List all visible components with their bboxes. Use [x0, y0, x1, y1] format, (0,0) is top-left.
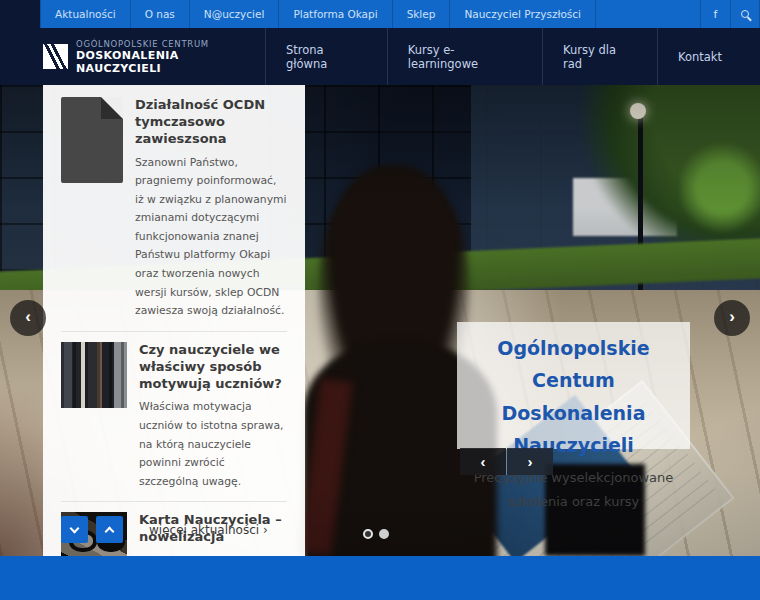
news-panel: Działalność OCDN tymczasowo zawieszsona … — [43, 85, 305, 556]
hero-slider: Działalność OCDN tymczasowo zawieszsona … — [0, 85, 760, 556]
more-news-link[interactable]: więcej aktualności › — [149, 523, 268, 537]
topbar-left-dark-segment — [0, 0, 40, 28]
nav-item-kursy-dla-rad[interactable]: Kursy dla rad — [542, 28, 657, 85]
search-icon[interactable] — [730, 0, 760, 28]
slide-title-line1: Ogólnopolskie Centum — [465, 332, 682, 397]
news-item-content: Działalność OCDN tymczasowo zawieszsona … — [135, 97, 287, 321]
slide-nav: ‹ › — [460, 448, 553, 475]
slide-next-button[interactable]: › — [507, 448, 553, 475]
topbar: Aktualności O nas N@uczyciel Platforma O… — [0, 0, 760, 28]
facebook-icon[interactable]: f — [700, 0, 730, 28]
news-title[interactable]: Czy nauczyciele we właściwy sposób motyw… — [139, 342, 287, 393]
news-body: Szanowni Państwo, pragniemy poinformować… — [135, 154, 287, 321]
main-nav: Strona główna Kursy e-learningowe Kursy … — [265, 28, 742, 85]
next-slide-arrow[interactable]: › — [714, 300, 750, 336]
carousel-dot-1[interactable] — [363, 529, 373, 539]
search-glyph — [741, 10, 749, 18]
news-body: Właściwa motywacja uczniów to istotna sp… — [139, 398, 287, 491]
prev-slide-arrow[interactable]: ‹ — [10, 300, 46, 336]
divider — [61, 501, 287, 502]
news-title[interactable]: Działalność OCDN tymczasowo zawieszsona — [135, 97, 287, 148]
news-thumbnail-students — [61, 342, 127, 408]
topbar-item-aktualnosci[interactable]: Aktualności — [40, 0, 130, 28]
news-scroll-up-button[interactable] — [96, 516, 123, 543]
news-item[interactable]: Działalność OCDN tymczasowo zawieszsona … — [61, 97, 287, 321]
logo-mark-icon — [43, 44, 68, 69]
logo-text: OGÓLNOPOLSKIE CENTRUM DOSKONALENIA NAUCZ… — [76, 39, 265, 75]
news-item[interactable]: Czy nauczyciele we właściwy sposób motyw… — [61, 342, 287, 491]
logo-line1: OGÓLNOPOLSKIE CENTRUM — [76, 39, 265, 49]
carousel-dots — [363, 529, 389, 539]
news-item-content: Czy nauczyciele we właściwy sposób motyw… — [139, 342, 287, 491]
footer-bar — [0, 556, 760, 600]
nav-item-strona-glowna[interactable]: Strona główna — [265, 28, 387, 85]
logo-line2: DOSKONALENIA NAUCZYCIELI — [76, 49, 265, 75]
news-scroll-down-button[interactable] — [61, 516, 88, 543]
slide-prev-button[interactable]: ‹ — [460, 448, 506, 475]
topbar-item-platforma-okapi[interactable]: Platforma Okapi — [278, 0, 391, 28]
news-body: Jakie przyniesie zmiany? Czy będą one ko… — [139, 552, 287, 556]
slide-caption: Ogólnopolskie Centum Doskonalenia Nauczy… — [457, 322, 690, 449]
chevron-down-icon — [70, 523, 80, 533]
document-icon — [61, 97, 123, 183]
chevron-up-icon — [105, 526, 115, 536]
topbar-item-nauczyciel-przyszlosci[interactable]: Nauczyciel Przyszłości — [449, 0, 596, 28]
topbar-item-o-nas[interactable]: O nas — [130, 0, 189, 28]
topbar-item-sklep[interactable]: Sklep — [392, 0, 450, 28]
topbar-item-nauczyciel[interactable]: N@uczyciel — [189, 0, 279, 28]
nav-item-kursy-elearningowe[interactable]: Kursy e-learningowe — [387, 28, 542, 85]
news-panel-footer: więcej aktualności › — [61, 516, 268, 543]
topbar-spacer — [596, 0, 700, 28]
site-header: OGÓLNOPOLSKIE CENTRUM DOSKONALENIA NAUCZ… — [0, 28, 760, 85]
divider — [61, 331, 287, 332]
carousel-dot-2[interactable] — [379, 529, 389, 539]
nav-item-kontakt[interactable]: Kontakt — [657, 28, 742, 85]
site-logo[interactable]: OGÓLNOPOLSKIE CENTRUM DOSKONALENIA NAUCZ… — [43, 39, 265, 75]
